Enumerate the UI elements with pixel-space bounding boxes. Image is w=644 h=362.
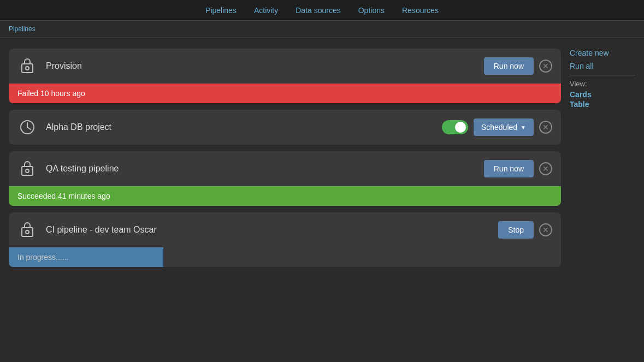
svg-rect-5 (22, 167, 33, 175)
run-now-button-provision[interactable]: Run now (484, 57, 534, 75)
pipeline-actions-ci-pipeline: Stop ✕ (498, 221, 552, 239)
run-all-button[interactable]: Run all (570, 62, 635, 75)
close-button-ci-pipeline[interactable]: ✕ (539, 223, 552, 236)
nav-pipelines[interactable]: Pipelines (205, 6, 237, 15)
svg-rect-7 (22, 228, 33, 236)
status-bar-ci-pipeline: In progress...... (9, 247, 561, 267)
stop-button-ci-pipeline[interactable]: Stop (498, 221, 534, 239)
svg-point-8 (26, 230, 29, 234)
svg-point-6 (26, 169, 29, 173)
toggle-slider-alpha-db (442, 120, 468, 134)
toggle-alpha-db[interactable] (442, 120, 468, 134)
sidebar: Create new Run all View: Cards Table (570, 49, 635, 267)
pipeline-name-alpha-db: Alpha DB project (46, 122, 433, 132)
pipeline-name-ci-pipeline: CI pipeline - dev team Oscar (46, 225, 489, 235)
pipeline-icon-ci-pipeline (17, 220, 37, 240)
view-cards-button[interactable]: Cards (570, 90, 635, 99)
scheduled-button-alpha-db[interactable]: Scheduled (474, 118, 534, 136)
close-button-provision[interactable]: ✕ (539, 60, 552, 73)
nav-resources[interactable]: Resources (402, 6, 439, 15)
pipeline-card-qa-testing: QA testing pipeline Run now ✕ Succeeded … (9, 151, 561, 206)
nav-options[interactable]: Options (358, 6, 385, 15)
svg-line-4 (27, 127, 31, 129)
breadcrumb: Pipelines (0, 21, 644, 38)
pipeline-actions-qa-testing: Run now ✕ (484, 160, 552, 177)
pipeline-card-header-provision: Provision Run now ✕ (9, 49, 561, 84)
top-nav: Pipelines Activity Data sources Options … (0, 0, 644, 21)
pipeline-icon-provision (17, 56, 37, 76)
pipeline-name-provision: Provision (46, 61, 475, 71)
pipeline-card-header-alpha-db: Alpha DB project Scheduled ✕ (9, 110, 561, 145)
close-button-qa-testing[interactable]: ✕ (539, 162, 552, 175)
pipeline-name-qa-testing: QA testing pipeline (46, 164, 475, 174)
create-new-button[interactable]: Create new (570, 49, 635, 57)
status-bar-provision: Failed 10 hours ago (9, 84, 561, 103)
run-now-button-qa-testing[interactable]: Run now (484, 160, 534, 177)
nav-activity[interactable]: Activity (254, 6, 278, 15)
view-table-button[interactable]: Table (570, 100, 635, 109)
pipeline-list: Provision Run now ✕ Failed 10 hours ago … (9, 49, 561, 267)
close-button-alpha-db[interactable]: ✕ (539, 121, 552, 134)
nav-datasources[interactable]: Data sources (296, 6, 340, 15)
pipeline-card-header-qa-testing: QA testing pipeline Run now ✕ (9, 151, 561, 186)
status-bar-qa-testing: Succeeded 41 minutes ago (9, 186, 561, 206)
svg-point-1 (26, 67, 29, 70)
clock-icon-alpha-db (17, 117, 37, 137)
view-label: View: (570, 80, 635, 88)
pipeline-card-ci-pipeline: CI pipeline - dev team Oscar Stop ✕ In p… (9, 212, 561, 267)
progress-fill-ci-pipeline: In progress...... (9, 247, 163, 267)
svg-rect-0 (22, 64, 33, 73)
main-content: Provision Run now ✕ Failed 10 hours ago … (0, 38, 644, 278)
pipeline-icon-qa-testing (17, 159, 37, 179)
pipeline-actions-alpha-db: Scheduled ✕ (442, 118, 552, 136)
pipeline-card-provision: Provision Run now ✕ Failed 10 hours ago (9, 49, 561, 103)
pipeline-card-header-ci-pipeline: CI pipeline - dev team Oscar Stop ✕ (9, 212, 561, 247)
pipeline-actions-provision: Run now ✕ (484, 57, 552, 75)
pipeline-card-alpha-db: Alpha DB project Scheduled ✕ (9, 110, 561, 145)
